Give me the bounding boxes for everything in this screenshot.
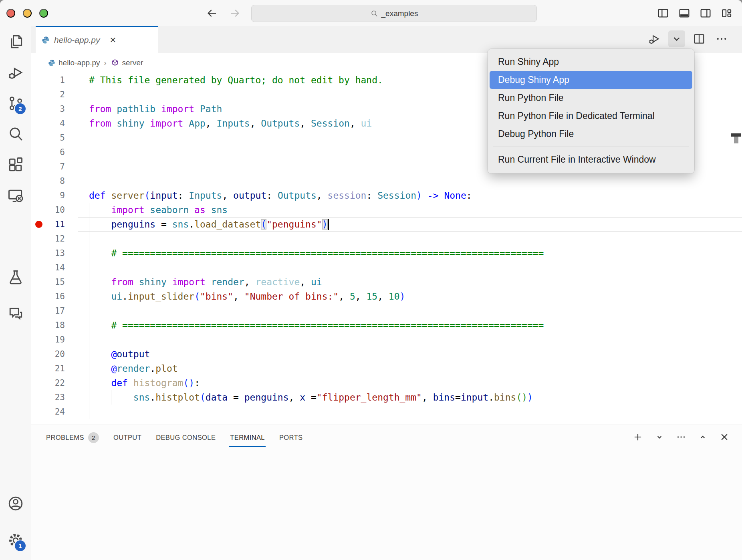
panel-maximize-chevron-up-button[interactable] xyxy=(696,431,709,444)
line-number[interactable]: 7 xyxy=(39,159,65,174)
code-line-19[interactable]: 19 xyxy=(31,332,742,347)
line-number[interactable]: 15 xyxy=(39,275,65,289)
menu-item-run-python-file-in-dedicated-terminal[interactable]: Run Python File in Dedicated Terminal xyxy=(490,107,692,125)
line-number[interactable]: 24 xyxy=(39,405,65,419)
panel-more-button[interactable] xyxy=(675,431,688,444)
line-number[interactable]: 12 xyxy=(39,232,65,246)
panel-tab-ports[interactable]: PORTS xyxy=(279,425,303,450)
symbol-cube-icon xyxy=(111,58,119,67)
line-number[interactable]: 1 xyxy=(39,73,65,87)
line-number[interactable]: 8 xyxy=(39,174,65,188)
back-button[interactable] xyxy=(206,7,218,19)
line-number[interactable]: 20 xyxy=(39,347,65,361)
tab-close-icon[interactable]: ✕ xyxy=(109,36,116,44)
panel-tab-terminal[interactable]: TERMINAL xyxy=(230,425,265,450)
activity-bar-item-comments[interactable] xyxy=(6,305,25,324)
debug-run-button[interactable] xyxy=(646,30,663,47)
menu-item-debug-shiny-app[interactable]: Debug Shiny App xyxy=(490,71,692,89)
terminal-chevron-down-button[interactable] xyxy=(653,431,666,444)
activity-bar-item-remote-explorer[interactable] xyxy=(6,187,25,206)
menu-item-run-shiny-app[interactable]: Run Shiny App xyxy=(490,53,692,71)
code-line-10[interactable]: 10 import seaborn as sns xyxy=(31,203,742,217)
activity-bar-item-files[interactable] xyxy=(6,33,25,52)
code-line-23[interactable]: 23 sns.histplot(data = penguins, x ="fli… xyxy=(31,390,742,405)
activity-bar: 21 xyxy=(0,26,31,560)
line-number[interactable]: 16 xyxy=(39,289,65,304)
layout-panel-button[interactable] xyxy=(678,7,691,20)
line-number[interactable]: 13 xyxy=(39,246,65,260)
activity-bar-item-run-debug[interactable] xyxy=(6,64,25,83)
line-number[interactable]: 23 xyxy=(39,390,65,405)
code-line-11[interactable]: 11 penguins = sns.load_dataset("penguins… xyxy=(31,217,742,232)
menu-item-debug-python-file[interactable]: Debug Python File xyxy=(490,125,692,143)
menu-item-run-python-file[interactable]: Run Python File xyxy=(490,89,692,107)
line-number[interactable]: 17 xyxy=(39,304,65,318)
new-terminal-plus-icon xyxy=(632,431,644,443)
line-number[interactable]: 5 xyxy=(39,131,65,145)
minimize-window-button[interactable] xyxy=(23,9,32,18)
line-number[interactable]: 6 xyxy=(39,145,65,159)
terminal-chevron-down-icon xyxy=(653,431,665,443)
remote-explorer-icon xyxy=(7,187,24,205)
line-number[interactable]: 19 xyxy=(39,332,65,347)
problems-count-badge: 2 xyxy=(88,432,99,443)
new-terminal-plus-button[interactable] xyxy=(631,431,644,444)
code-line-22[interactable]: 22 def histogram(): xyxy=(31,376,742,390)
code-line-15[interactable]: 15 from shiny import render, reactive, u… xyxy=(31,275,742,289)
panel-close-button[interactable] xyxy=(718,431,731,444)
line-number[interactable]: 11 xyxy=(39,217,65,232)
panel-tab-problems[interactable]: PROBLEMS2 xyxy=(46,425,99,450)
code-line-17[interactable]: 17 xyxy=(31,304,742,318)
line-number[interactable]: 9 xyxy=(39,188,65,203)
line-number[interactable]: 14 xyxy=(39,260,65,275)
code-text: def histogram(): xyxy=(89,376,742,390)
tab-hello-app[interactable]: hello-app.py ✕ xyxy=(36,26,158,53)
breadcrumb-symbol[interactable]: server xyxy=(111,58,143,67)
menu-separator xyxy=(493,147,689,147)
line-number[interactable]: 22 xyxy=(39,376,65,390)
code-line-8[interactable]: 8 xyxy=(31,174,742,188)
code-line-13[interactable]: 13 # ===================================… xyxy=(31,246,742,260)
line-number[interactable]: 3 xyxy=(39,102,65,116)
workspace-search-box[interactable]: _examples xyxy=(251,5,537,22)
layout-sidebar-right-button[interactable] xyxy=(699,7,712,20)
forward-button[interactable] xyxy=(229,7,241,19)
close-window-button[interactable] xyxy=(6,9,15,18)
menu-item-run-current-file-in-interactive-window[interactable]: Run Current File in Interactive Window xyxy=(490,151,692,169)
code-line-14[interactable]: 14 xyxy=(31,260,742,275)
run-debug-dropdown-menu: Run Shiny AppDebug Shiny AppRun Python F… xyxy=(488,49,694,173)
line-number[interactable]: 18 xyxy=(39,318,65,332)
line-number[interactable]: 4 xyxy=(39,116,65,131)
code-line-12[interactable]: 12 xyxy=(31,232,742,246)
panel-tab-output[interactable]: OUTPUT xyxy=(113,425,141,450)
activity-bar-item-settings-gear[interactable]: 1 xyxy=(6,532,25,550)
code-line-16[interactable]: 16 ui.input_slider("bins", "Number of bi… xyxy=(31,289,742,304)
code-line-24[interactable]: 24 xyxy=(31,405,742,419)
code-text: @render.plot xyxy=(89,361,742,376)
more-actions-button[interactable] xyxy=(713,30,730,47)
titlebar: _examples xyxy=(0,0,742,26)
zoom-window-button[interactable] xyxy=(39,9,48,18)
code-line-9[interactable]: 9def server(input: Inputs, output: Outpu… xyxy=(31,188,742,203)
editor-actions xyxy=(646,26,730,52)
line-number[interactable]: 10 xyxy=(39,203,65,217)
activity-bar-item-extensions[interactable] xyxy=(6,156,25,175)
panel-maximize-chevron-up-icon xyxy=(697,431,709,443)
activity-bar-item-test-beaker[interactable] xyxy=(6,268,25,287)
code-text: def server(input: Inputs, output: Output… xyxy=(89,188,742,203)
dropdown-chevron-button[interactable] xyxy=(668,30,685,47)
activity-bar-item-search[interactable] xyxy=(6,125,25,144)
panel-tab-debug-console[interactable]: DEBUG CONSOLE xyxy=(156,425,216,450)
code-line-20[interactable]: 20 @output xyxy=(31,347,742,361)
code-line-21[interactable]: 21 @render.plot xyxy=(31,361,742,376)
panel-tab-label: TERMINAL xyxy=(230,434,265,441)
line-number[interactable]: 21 xyxy=(39,361,65,376)
breadcrumb-file[interactable]: hello-app.py xyxy=(48,58,100,67)
activity-bar-item-account[interactable] xyxy=(6,495,25,514)
layout-customize-button[interactable] xyxy=(720,7,733,20)
line-number[interactable]: 2 xyxy=(39,87,65,102)
code-line-18[interactable]: 18 # ===================================… xyxy=(31,318,742,332)
activity-bar-item-source-control[interactable]: 2 xyxy=(6,95,25,113)
layout-sidebar-left-button[interactable] xyxy=(657,7,669,20)
split-editor-button[interactable] xyxy=(691,30,708,47)
